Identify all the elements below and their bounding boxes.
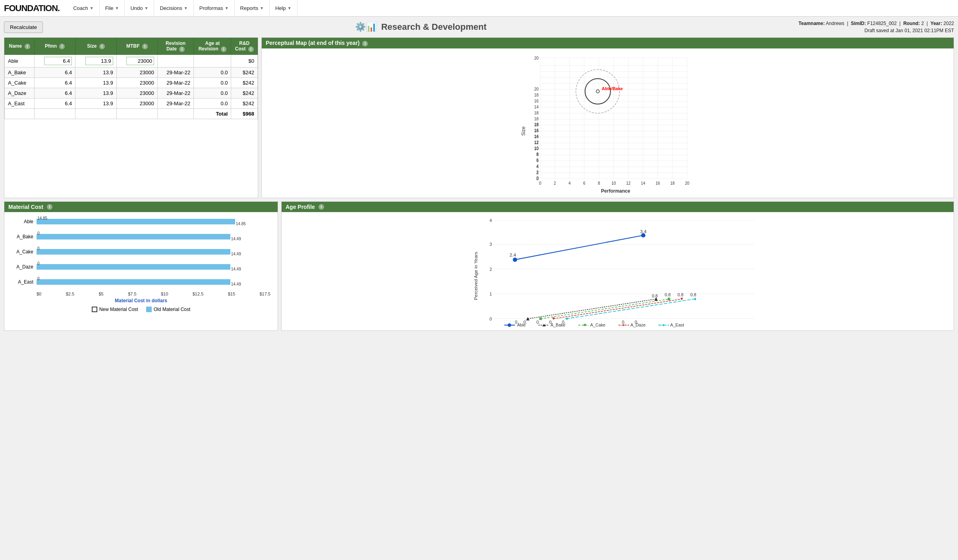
new-value-label: 0 bbox=[37, 276, 40, 281]
nav-file[interactable]: File ▼ bbox=[100, 0, 125, 17]
round-label: Round: bbox=[903, 21, 920, 26]
col-header-age-at-revision: Age atRevision i bbox=[194, 38, 231, 55]
svg-rect-122 bbox=[584, 324, 586, 326]
product-name-cell: A_Bake bbox=[5, 68, 35, 78]
old-material-bar bbox=[37, 264, 230, 270]
col-header-name: Name i bbox=[5, 38, 35, 55]
nav-help[interactable]: Help ▼ bbox=[270, 0, 297, 17]
legend: New Material Cost Old Material Cost bbox=[8, 307, 274, 312]
product-name-cell: A_Cake bbox=[5, 78, 35, 88]
new-material-legend-icon bbox=[92, 307, 97, 312]
table-row: Able$0 bbox=[5, 55, 258, 68]
age-profile-title: Age Profile i bbox=[282, 202, 954, 212]
svg-text:16: 16 bbox=[534, 128, 539, 133]
bar-track: 14.8514.85 bbox=[37, 216, 270, 227]
bar-chart: Able14.8514.85A_Bake014.49A_Cake014.49A_… bbox=[8, 216, 274, 303]
perceptual-map-title: Perceptual Map (at end of this year) i bbox=[262, 38, 954, 48]
info-icon[interactable]: i bbox=[59, 44, 65, 49]
chevron-down-icon: ▼ bbox=[184, 6, 188, 10]
svg-text:12: 12 bbox=[534, 140, 539, 145]
info-icon[interactable]: i bbox=[362, 41, 368, 46]
chevron-down-icon: ▼ bbox=[145, 6, 149, 10]
nav-reports[interactable]: Reports ▼ bbox=[235, 0, 270, 17]
svg-point-88 bbox=[513, 257, 517, 262]
product-name-cell: A_East bbox=[5, 98, 35, 109]
mtbf-cell[interactable] bbox=[116, 55, 157, 68]
svg-text:Performance: Performance bbox=[601, 188, 630, 194]
nav-proformas[interactable]: Proformas ▼ bbox=[194, 0, 235, 17]
page-title: ⚙️📊 Research & Development bbox=[43, 22, 799, 32]
info-icon[interactable]: i bbox=[179, 46, 185, 52]
total-value: $968 bbox=[231, 109, 258, 119]
x-axis-ticks: $0$2.5$5$7.5$10$12.5$15$17.5 bbox=[12, 292, 270, 296]
material-cost-title: Material Cost i bbox=[4, 202, 278, 212]
info-icon[interactable]: i bbox=[319, 204, 324, 210]
pfmn-input[interactable] bbox=[44, 57, 72, 65]
pfmn-cell: 6.4 bbox=[35, 88, 75, 98]
new-value-label: 0 bbox=[37, 246, 40, 251]
simid-value: F124825_002 bbox=[867, 21, 897, 26]
nav-decisions[interactable]: Decisions ▼ bbox=[154, 0, 193, 17]
size-cell: 13.9 bbox=[75, 68, 116, 78]
size-input[interactable] bbox=[85, 57, 113, 65]
rd-cost-cell: $242 bbox=[231, 78, 258, 88]
svg-line-102 bbox=[553, 299, 682, 319]
bar-track: 014.49 bbox=[37, 246, 270, 257]
bar-label: A_East bbox=[12, 279, 33, 285]
svg-line-107 bbox=[566, 299, 695, 319]
page-title-area: ⚙️📊 Research & Development bbox=[43, 22, 799, 32]
age-at-revision-cell: 0.0 bbox=[194, 88, 231, 98]
svg-marker-128 bbox=[662, 324, 664, 326]
col-header-size: Size i bbox=[75, 38, 116, 55]
info-icon[interactable]: i bbox=[47, 204, 52, 210]
svg-point-72 bbox=[576, 70, 620, 113]
old-material-bar bbox=[37, 249, 230, 255]
bar-label: A_Bake bbox=[12, 234, 33, 239]
rd-cost-cell: $242 bbox=[231, 98, 258, 109]
teamname-label: Teamname: bbox=[799, 21, 825, 26]
col-header-mtbf: MTBF i bbox=[116, 38, 157, 55]
mtbf-cell: 23000 bbox=[116, 68, 157, 78]
nav-coach[interactable]: Coach ▼ bbox=[68, 0, 99, 17]
svg-text:A_East: A_East bbox=[670, 322, 684, 327]
rd-table-section: Name i Pfmn i Size i MTBF i RevisionDate… bbox=[4, 37, 258, 198]
info-icon[interactable]: i bbox=[25, 44, 30, 49]
svg-text:10: 10 bbox=[534, 146, 539, 151]
svg-text:20: 20 bbox=[685, 181, 690, 185]
chevron-down-icon: ▼ bbox=[225, 6, 229, 10]
info-icon[interactable]: i bbox=[99, 44, 105, 49]
bar-row: A_Bake014.49 bbox=[12, 231, 270, 242]
old-value-label: 14.49 bbox=[231, 267, 241, 271]
pfmn-cell[interactable] bbox=[35, 55, 75, 68]
recalculate-button[interactable]: Recalculate bbox=[4, 21, 43, 33]
svg-text:6: 6 bbox=[583, 181, 585, 185]
svg-text:16: 16 bbox=[655, 181, 660, 185]
old-material-bar bbox=[37, 219, 235, 224]
svg-text:14: 14 bbox=[641, 181, 645, 185]
svg-text:4: 4 bbox=[536, 164, 539, 168]
table-row: A_Bake6.413.92300029-Mar-220.0$242 bbox=[5, 68, 258, 78]
svg-text:3.4: 3.4 bbox=[640, 229, 647, 234]
info-icon[interactable]: i bbox=[142, 44, 148, 49]
pfmn-cell: 6.4 bbox=[35, 78, 75, 88]
svg-text:Able: Able bbox=[517, 322, 526, 327]
x-axis-tick: $2.5 bbox=[66, 292, 74, 296]
chevron-down-icon: ▼ bbox=[288, 6, 292, 10]
svg-text:0: 0 bbox=[489, 317, 492, 321]
svg-text:8: 8 bbox=[536, 152, 539, 156]
info-icon[interactable]: i bbox=[248, 46, 254, 52]
age-profile-section: Age Profile i Perceived Age in Years bbox=[281, 201, 954, 331]
bar-track: 014.49 bbox=[37, 276, 270, 288]
nav-undo[interactable]: Undo ▼ bbox=[125, 0, 154, 17]
rd-icon: ⚙️📊 bbox=[355, 22, 377, 32]
svg-text:2: 2 bbox=[536, 170, 539, 174]
team-info: Teamname: Andrews | SimID: F124825_002 |… bbox=[799, 20, 954, 34]
bar-label: A_Cake bbox=[12, 249, 33, 255]
svg-text:18: 18 bbox=[534, 122, 539, 127]
chevron-down-icon: ▼ bbox=[260, 6, 264, 10]
mtbf-cell: 23000 bbox=[116, 88, 157, 98]
size-cell[interactable] bbox=[75, 55, 116, 68]
mtbf-input[interactable] bbox=[126, 57, 154, 65]
svg-text:2: 2 bbox=[554, 181, 556, 185]
info-icon[interactable]: i bbox=[221, 46, 226, 52]
